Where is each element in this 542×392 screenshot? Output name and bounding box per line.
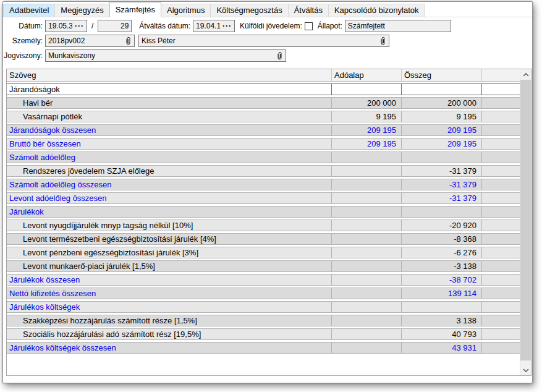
cell-text: Szociális hozzájárulási adó számított ré…: [7, 328, 331, 340]
tab-adatbevitel[interactable]: Adatbevitel: [3, 4, 55, 17]
cell-osszeg: 9 195: [401, 111, 481, 122]
table-row[interactable]: Vasárnapi pótlék9 1959 195: [7, 111, 520, 122]
cell-osszeg: -38 702: [401, 274, 481, 286]
cell-text: Járulékos költségek összesen: [7, 342, 331, 354]
cell-adoalap: [331, 151, 401, 163]
table-row[interactable]: Bruttó bér összesen209 195209 195: [7, 138, 520, 150]
atvaltas-picker-button[interactable]: ···: [222, 23, 232, 29]
form-row-jogviszony: Jogviszony: Munkaviszony: [3, 49, 286, 62]
table-row[interactable]: Levont nyugdíjjárulék mnyp tagság nélkül…: [7, 219, 520, 231]
cell-extra: [481, 151, 520, 163]
cell-text: Számolt adóelőleg összesen: [7, 179, 331, 190]
atvaltas-datum-value: 19.04.15.: [196, 22, 220, 30]
scroll-up-button[interactable]: [520, 69, 531, 80]
vertical-scrollbar[interactable]: [520, 69, 531, 375]
table-row[interactable]: Járulékok: [7, 206, 520, 218]
table-row[interactable]: Számolt adóelőleg összesen-31 379: [7, 179, 520, 190]
tab-megjegyzes[interactable]: Megjegyzés: [54, 4, 109, 17]
paperclip-icon[interactable]: [276, 51, 283, 61]
table-row[interactable]: Levont pénzbeni egészségbiztosítási járu…: [7, 247, 520, 258]
atvaltas-datum-field[interactable]: 19.04.15. ···: [193, 20, 235, 32]
cell-text: Nettó kifizetés összesen: [7, 288, 331, 299]
paperclip-icon[interactable]: [379, 36, 386, 46]
kulfoldi-jovedelem-label: Külföldi jövedelem:: [240, 22, 302, 30]
cell-adoalap: [331, 328, 401, 340]
cell-osszeg: 200 000: [401, 97, 481, 109]
table-row[interactable]: Levont adóelőleg összesen-31 379: [7, 192, 520, 204]
tab-algoritmus[interactable]: Algoritmus: [161, 4, 211, 17]
cell-text: Bruttó bér összesen: [7, 138, 331, 150]
cell-extra: [481, 83, 520, 95]
cell-text: Számolt adóelőleg: [7, 151, 331, 163]
cell-adoalap: [331, 192, 401, 204]
cell-text: Levont munkaerő-piaci járulék [1,5%]: [7, 260, 331, 272]
cell-adoalap: [331, 165, 401, 177]
scroll-down-button[interactable]: [520, 365, 531, 375]
datum-picker-button[interactable]: ···: [75, 23, 84, 29]
szemely-name-field[interactable]: Kiss Péter: [138, 35, 389, 47]
day-value: 29: [101, 22, 129, 30]
cell-text: Járulékok összesen: [7, 274, 331, 286]
cell-adoalap: [331, 83, 401, 95]
szemely-name-value: Kiss Péter: [142, 36, 377, 45]
datum-field[interactable]: 19.05.31. ···: [45, 20, 87, 32]
cell-osszeg: [401, 301, 481, 313]
table-row[interactable]: Nettó kifizetés összesen139 114: [7, 288, 520, 299]
cell-osszeg: 43 931: [401, 342, 481, 354]
table-row[interactable]: Járulékos költségek: [7, 301, 520, 313]
jogviszony-field[interactable]: Munkaviszony: [45, 49, 286, 62]
cell-adoalap: [331, 301, 401, 313]
atvaltas-datum-label: Átváltás dátum:: [139, 22, 190, 30]
table-row[interactable]: Járulékos költségek összesen43 931: [7, 342, 520, 354]
table-row[interactable]: Számolt adóelőleg: [7, 151, 520, 163]
cell-adoalap: [331, 315, 401, 326]
cell-osszeg: -20 920: [401, 219, 481, 231]
cell-text: Járandóságok összesen: [7, 124, 331, 136]
table-row[interactable]: Szociális hozzájárulási adó számított ré…: [7, 328, 520, 340]
table-row[interactable]: Levont természetbeni egészségbiztosítási…: [7, 233, 520, 245]
cell-extra: [481, 219, 520, 231]
scrollbar-thumb[interactable]: [520, 80, 531, 360]
cell-text: Levont adóelőleg összesen: [7, 192, 331, 204]
cell-extra: [481, 328, 520, 340]
table-row[interactable]: Rendszeres jövedelem SZJA előlege-31 379: [7, 165, 520, 177]
cell-osszeg: -3 138: [401, 260, 481, 272]
kulfoldi-jovedelem-checkbox[interactable]: [305, 22, 313, 30]
cell-adoalap: 9 195: [331, 111, 401, 122]
cell-extra: [481, 260, 520, 272]
tab-koltsegmegosztas[interactable]: Költségmegosztás: [210, 4, 288, 17]
allapot-value: Számfejtett: [348, 22, 448, 30]
cell-text: Levont nyugdíjjárulék mnyp tagság nélkül…: [7, 219, 331, 231]
column-header-3[interactable]: [481, 69, 520, 82]
chevron-down-icon: [523, 369, 529, 372]
table-row[interactable]: Járandóságok: [7, 83, 520, 95]
day-field[interactable]: 29: [98, 20, 132, 32]
paperclip-icon[interactable]: [125, 36, 132, 46]
column-header-2[interactable]: Összeg: [401, 69, 481, 82]
cell-osszeg: -6 276: [401, 247, 481, 258]
tab-kapcsolodo-bizonylatok[interactable]: Kapcsolódó bizonylatok: [328, 4, 425, 17]
cell-adoalap: [331, 219, 401, 231]
table-row[interactable]: Járandóságok összesen209 195209 195: [7, 124, 520, 136]
tab-atvaltas[interactable]: Átváltás: [288, 4, 329, 17]
allapot-field[interactable]: Számfejtett: [345, 20, 451, 32]
cell-extra: [481, 288, 520, 299]
cell-extra: [481, 206, 520, 218]
cell-osszeg: -8 368: [401, 233, 481, 245]
cell-adoalap: 209 195: [331, 124, 401, 136]
szemely-code-field[interactable]: 2018pv002: [45, 35, 135, 47]
table-row[interactable]: Levont munkaerő-piaci járulék [1,5%]-3 1…: [7, 260, 520, 272]
cell-extra: [481, 247, 520, 258]
table-row[interactable]: Szakképzési hozzájárulás számított része…: [7, 315, 520, 326]
table-row[interactable]: Járulékok összesen-38 702: [7, 274, 520, 286]
cell-adoalap: [331, 233, 401, 245]
table-row[interactable]: Havi bér200 000200 000: [7, 97, 520, 109]
grid-body: JárandóságokHavi bér200 000200 000Vasárn…: [7, 83, 520, 354]
column-header-0[interactable]: Szöveg: [7, 69, 331, 82]
cell-adoalap: [331, 342, 401, 354]
cell-adoalap: [331, 206, 401, 218]
szemely-code-value: 2018pv002: [48, 36, 122, 45]
tab-szamfejtes[interactable]: Számfejtés: [109, 2, 161, 17]
cell-extra: [481, 192, 520, 204]
column-header-1[interactable]: Adóalap: [331, 69, 401, 82]
